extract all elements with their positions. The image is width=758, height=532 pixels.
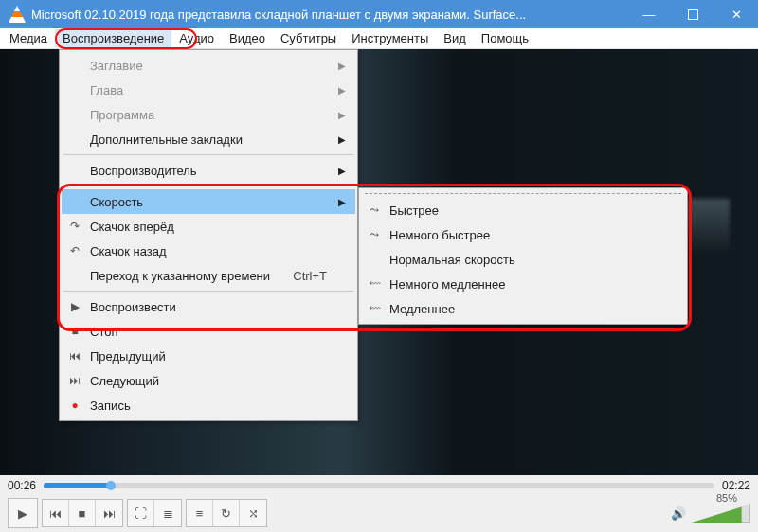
menu-media[interactable]: Медиа [2, 29, 55, 47]
maximize-icon [688, 9, 698, 20]
menu-item-speed[interactable]: Скорость▶ [62, 189, 355, 214]
record-icon: ● [67, 399, 82, 412]
menu-view[interactable]: Вид [436, 29, 474, 47]
menu-item-previous[interactable]: ⏮Предыдущий [62, 344, 355, 368]
volume-control: 🔊 85% [671, 504, 750, 523]
menu-item-label: Скорость [90, 195, 143, 209]
menu-item-jump-back[interactable]: ↶Скачок назад [62, 239, 355, 263]
menu-subtitle[interactable]: Субтитры [273, 29, 344, 47]
current-time: 00:26 [8, 479, 36, 492]
seek-bar[interactable] [44, 483, 714, 488]
controls-row: ▶ ⏮ ■ ⏭ ⛶ ≣ ≡ ↻ ⤭ 🔊 85% [8, 498, 750, 528]
volume-fill [692, 504, 742, 523]
menu-item-record[interactable]: ●Запись [62, 393, 355, 417]
menu-item-program[interactable]: Программа▶ [62, 102, 355, 127]
speed-slower[interactable]: ⬳Медленнее [361, 296, 685, 321]
minimize-icon: — [643, 8, 656, 22]
prev-icon: ⏮ [49, 506, 62, 521]
shuffle-button[interactable]: ⤭ [240, 500, 266, 526]
close-icon: ✕ [731, 8, 742, 22]
submenu-arrow-icon: ▶ [338, 85, 346, 96]
submenu-arrow-icon: ▶ [338, 197, 346, 207]
play-icon: ▶ [67, 300, 82, 313]
playlist-button[interactable]: ≡ [187, 500, 213, 526]
stop-button[interactable]: ■ [69, 500, 96, 526]
menu-audio[interactable]: Аудио [171, 29, 222, 47]
volume-percent: 85% [716, 492, 737, 504]
submenu-arrow-icon: ▶ [338, 110, 346, 120]
speed-faster[interactable]: ⤳Быстрее [361, 198, 685, 222]
fullscreen-button[interactable]: ⛶ [128, 500, 154, 526]
prev-button[interactable]: ⏮ [43, 500, 69, 526]
vlc-cone-icon [9, 6, 26, 23]
menu-playback[interactable]: Воспроизведение [55, 29, 171, 47]
slower-icon: ⬳ [367, 302, 382, 315]
speed-submenu: ⤳Быстрее ⤳Немного быстрее Нормальная ско… [358, 187, 688, 325]
slightly-faster-icon: ⤳ [367, 228, 382, 241]
next-icon: ⏭ [103, 506, 116, 521]
svg-rect-0 [688, 9, 697, 19]
menu-item-label: Скачок назад [90, 244, 167, 258]
speed-slightly-slower[interactable]: ⬳Немного медленнее [361, 272, 685, 296]
ext-icon: ≣ [163, 506, 173, 521]
window-title: Microsoft 02.10.2019 года представила ск… [31, 8, 627, 22]
bottom-bar: 00:26 02:22 ▶ ⏮ ■ ⏭ ⛶ ≣ ≡ ↻ ⤭ 🔊 85% [0, 475, 758, 532]
time-row: 00:26 02:22 [8, 479, 750, 492]
ext-settings-button[interactable]: ≣ [154, 500, 181, 526]
menu-separator [63, 291, 353, 292]
menu-item-label: Следующий [90, 374, 159, 388]
submenu-tearoff[interactable] [365, 193, 681, 194]
menu-item-label: Переход к указанному времени [90, 269, 270, 283]
view-group: ⛶ ≣ [127, 499, 182, 527]
slightly-slower-icon: ⬳ [367, 277, 382, 291]
menu-separator [63, 186, 353, 186]
close-button[interactable]: ✕ [714, 0, 758, 28]
menu-item-renderer[interactable]: Воспроизводитель▶ [62, 158, 355, 183]
playlist-icon: ≡ [196, 506, 204, 521]
menubar: Медиа Воспроизведение Аудио Видео Субтит… [0, 28, 758, 49]
menu-item-label: Медленнее [389, 302, 455, 316]
title-bar: Microsoft 02.10.2019 года представила ск… [0, 0, 758, 28]
menu-item-next[interactable]: ⏭Следующий [62, 368, 355, 393]
menu-separator [63, 154, 353, 155]
maximize-button[interactable] [671, 0, 714, 28]
menu-item-chapter[interactable]: Глава▶ [62, 78, 355, 102]
minimize-button[interactable]: — [627, 0, 671, 28]
seek-knob[interactable] [106, 481, 116, 490]
menu-item-label: Запись [90, 399, 131, 413]
loop-icon: ↻ [221, 506, 231, 521]
menu-item-label: Стоп [90, 325, 117, 339]
menu-item-label: Глава [90, 83, 123, 98]
menu-video[interactable]: Видео [222, 29, 273, 47]
speed-slightly-faster[interactable]: ⤳Немного быстрее [361, 222, 685, 247]
menu-item-label: Скачок вперёд [90, 220, 174, 234]
play-icon: ▶ [18, 506, 27, 521]
menu-item-title[interactable]: Заглавие▶ [62, 53, 355, 78]
menu-item-stop[interactable]: ■Стоп [62, 319, 355, 344]
menu-item-bookmarks[interactable]: Дополнительные закладки▶ [62, 127, 355, 151]
menu-item-label: Заглавие [90, 59, 143, 73]
speed-normal[interactable]: Нормальная скорость [361, 247, 685, 272]
fullscreen-icon: ⛶ [135, 506, 147, 521]
submenu-arrow-icon: ▶ [338, 61, 346, 71]
play-button[interactable]: ▶ [8, 498, 38, 528]
menu-item-goto-time[interactable]: Переход к указанному времениCtrl+T [62, 263, 355, 288]
menu-help[interactable]: Помощь [474, 29, 536, 47]
menu-item-play[interactable]: ▶Воспроизвести [62, 294, 355, 319]
submenu-arrow-icon: ▶ [338, 134, 346, 145]
shuffle-icon: ⤭ [248, 506, 259, 521]
menu-tools[interactable]: Инструменты [344, 29, 436, 47]
volume-slider[interactable] [692, 504, 750, 523]
faster-icon: ⤳ [367, 204, 382, 217]
next-button[interactable]: ⏭ [96, 500, 122, 526]
prev-icon: ⏮ [67, 349, 82, 363]
loop-button[interactable]: ↻ [213, 500, 240, 526]
menu-item-label: Немного быстрее [389, 228, 490, 242]
menu-item-label: Быстрее [389, 204, 439, 218]
next-icon: ⏭ [67, 374, 82, 387]
menu-item-label: Воспроизвести [90, 300, 176, 314]
seek-fill [44, 483, 111, 488]
list-group: ≡ ↻ ⤭ [186, 499, 267, 527]
menu-item-jump-forward[interactable]: ↷Скачок вперёд [62, 214, 355, 239]
speaker-icon[interactable]: 🔊 [671, 506, 686, 521]
